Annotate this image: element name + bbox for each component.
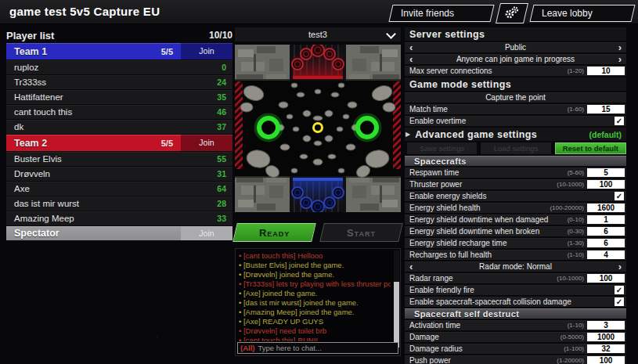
player-rows: Team 15/5Joinruploz0Tr333ss24Hattifatten… [6, 43, 232, 240]
chat-scrollbar-thumb[interactable] [394, 282, 399, 348]
settings-buttons-row: Save settingsLoad settingsReset to defau… [405, 142, 626, 154]
setting-selector: Capture the point [405, 92, 626, 103]
setting-label: Push power [405, 356, 557, 364]
prev-arrow[interactable]: ‹ [405, 261, 417, 272]
setting-value-input[interactable] [587, 204, 625, 212]
setting-value-input[interactable] [587, 239, 625, 247]
setting-value-input[interactable] [587, 356, 625, 364]
checkbox[interactable]: ✓ [615, 297, 624, 306]
top-bar: game test 5v5 Capture EU Invite friends … [0, 0, 638, 24]
reset-to-default-button[interactable]: Reset to default [555, 142, 626, 154]
leave-lobby-button[interactable]: Leave lobby [529, 5, 635, 22]
setting-row: Activation time(1-10) [405, 320, 626, 330]
setting-label: Activation time [405, 321, 568, 330]
setting-range: (1-10) [568, 322, 584, 329]
settings-section-header: ▶Advanced game settings(default) [405, 128, 626, 141]
setting-row: Damage(0-5000) [405, 332, 626, 342]
player-row: Drøvveln31 [6, 167, 232, 181]
player-row: Hattifattener35 [6, 90, 232, 104]
setting-label: Respawn time [405, 168, 568, 177]
setting-label: Enable friendly fire [405, 286, 615, 294]
start-button[interactable]: Start [319, 223, 403, 242]
section-title: Server settings [405, 29, 626, 40]
ready-button[interactable]: Ready [232, 223, 316, 242]
player-score: 24 [217, 77, 232, 87]
player-row: ruploz0 [6, 60, 232, 74]
setting-value-input[interactable] [587, 344, 625, 353]
save-settings-button: Save settings [407, 142, 477, 154]
spectator-join-button[interactable]: Join [181, 226, 232, 240]
setting-value-input[interactable] [587, 168, 625, 177]
team-join-button[interactable]: Join [181, 43, 232, 59]
setting-value-input[interactable] [587, 227, 625, 236]
setting-label: Energy shield health [405, 204, 550, 212]
subsection-title: Spacecraft self destruct [405, 309, 519, 319]
checkbox[interactable]: ✓ [615, 117, 624, 125]
setting-value-input[interactable] [587, 321, 625, 330]
settings-section-header: Game mode settings [405, 77, 626, 91]
setting-row: Damage radius(1-100) [405, 344, 626, 354]
setting-row: Respawn time(5-60) [405, 168, 626, 178]
team-join-button[interactable]: Join [181, 135, 232, 151]
setting-row: Energy shield recharge time(1-30) [405, 238, 626, 248]
player-row: dk37 [6, 120, 232, 134]
selector-value: Radar mode: Normal [417, 262, 613, 271]
setting-label: Damage [405, 333, 561, 341]
setting-range: (10-1000) [557, 275, 584, 282]
settings-section-header: Server settings [405, 27, 626, 41]
chat-input[interactable] [258, 344, 395, 352]
setting-value-input[interactable] [587, 333, 625, 341]
setting-label: Match time [405, 105, 568, 114]
chat-message: • [Drøvveln] need toilet brb [239, 326, 391, 336]
subsection-title: Spacecrafts [405, 157, 467, 166]
gear-icon [505, 6, 519, 21]
chat-messages: • [cant touch this] Hellooo• [Buster Elv… [239, 251, 391, 341]
setting-range: (1-100) [564, 345, 584, 352]
checkbox[interactable]: ✓ [615, 192, 624, 200]
player-row: Amazing Meep33 [6, 211, 232, 225]
setting-value-input[interactable] [587, 215, 625, 224]
player-name: ruploz [6, 63, 38, 72]
setting-row: Push power(1-20000) [405, 355, 626, 364]
setting-selector: ‹Public› [405, 42, 626, 52]
chat-message: • [das ist mir wurst] joined the game. [239, 298, 391, 308]
setting-row: Energy shield downtime when damaged(0-10… [405, 214, 626, 225]
prev-arrow[interactable]: ‹ [405, 42, 417, 52]
player-row: das ist mir wurst28 [6, 196, 232, 211]
setting-label: Max server connections [405, 67, 568, 75]
default-tag: (default) [589, 130, 626, 139]
prev-arrow[interactable]: ‹ [405, 54, 417, 64]
setting-value-input[interactable] [587, 250, 625, 259]
player-score: 64 [217, 184, 232, 193]
chat-message: • [Drøvveln] joined the game. [239, 270, 391, 279]
setting-value-input[interactable] [587, 180, 625, 189]
lobby-title: game test 5v5 Capture EU [9, 0, 160, 23]
setting-range: (100-20000) [550, 204, 584, 211]
map-panel: test3 [235, 27, 401, 356]
team-header: Team 25/5Join [6, 135, 232, 151]
setting-range: (1-20000) [557, 357, 584, 364]
setting-label: Enable overtime [405, 117, 615, 125]
settings-gear-button[interactable] [496, 3, 528, 23]
player-score: 33 [217, 214, 232, 223]
player-name: cant touch this [6, 107, 72, 117]
expander-icon[interactable]: ▶ [405, 131, 410, 138]
invite-friends-button[interactable]: Invite friends [388, 5, 494, 22]
setting-value-input[interactable] [587, 67, 625, 75]
setting-value-input[interactable] [587, 274, 625, 283]
setting-range: (5-60) [568, 169, 584, 176]
invite-friends-label: Invite friends [401, 8, 454, 19]
player-score: 28 [217, 199, 232, 208]
player-score: 0 [222, 63, 232, 72]
setting-row: Energy shield downtime when broken(0-30) [405, 226, 626, 236]
chat-channel-label: (All) [240, 344, 254, 352]
next-arrow[interactable]: › [614, 42, 626, 52]
next-arrow[interactable]: › [614, 261, 626, 272]
setting-label: Enable spacecraft-spacecraft collision d… [405, 297, 615, 306]
checkbox[interactable]: ✓ [615, 286, 624, 294]
player-name: Axe [6, 184, 30, 193]
map-selector[interactable]: test3 [235, 27, 401, 41]
setting-range: (1-10) [568, 251, 584, 258]
setting-value-input[interactable] [587, 105, 625, 114]
next-arrow[interactable]: › [614, 54, 626, 64]
